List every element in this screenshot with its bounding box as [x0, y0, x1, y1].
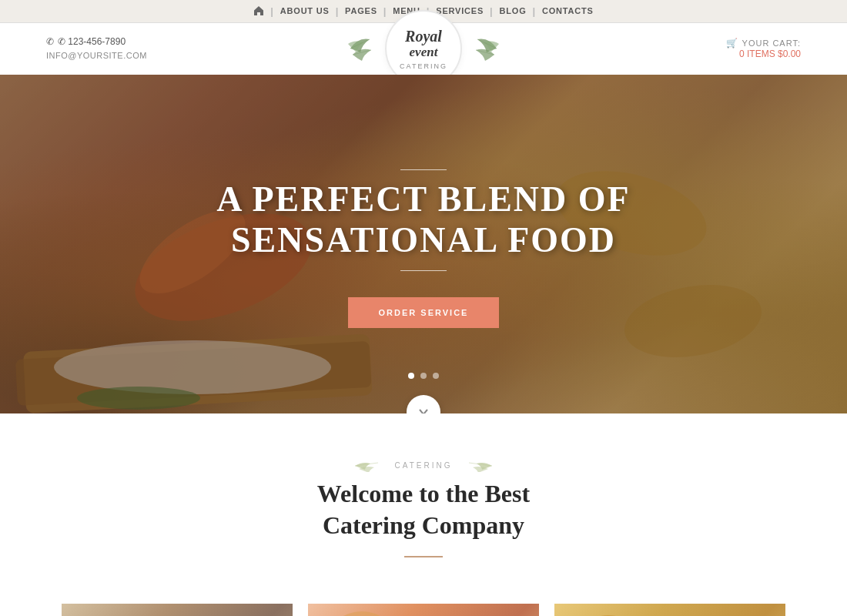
email-address: INFO@YOURSITE.COM [46, 49, 147, 63]
logo-right-leaves [466, 33, 500, 64]
card-2-background [308, 604, 539, 616]
subtitle-left-leaves [355, 460, 386, 472]
order-service-button[interactable]: ORDER SERVICE [348, 297, 500, 328]
cart-label: YOUR CART: [742, 38, 801, 48]
logo-left-leaves [346, 33, 381, 64]
phone-number: ✆ ✆ 123-456-7890 [46, 35, 147, 49]
subtitle-right-leaves [461, 460, 492, 472]
blog-nav-link[interactable]: BLOG [500, 0, 527, 23]
phone-icon: ✆ [46, 35, 54, 49]
site-header: ✆ ✆ 123-456-7890 INFO@YOURSITE.COM Royal… [0, 23, 847, 75]
about-us-nav-link[interactable]: ABOUT US [280, 0, 330, 23]
home-icon [253, 8, 264, 18]
logo-event: event [410, 45, 438, 59]
hero-dot-1[interactable] [408, 373, 414, 379]
hero-content: A PERFECT BLEND OF SENSATIONAL FOOD ORDE… [0, 75, 847, 413]
home-nav-link[interactable] [253, 5, 264, 18]
header-contact-info: ✆ ✆ 123-456-7890 INFO@YOURSITE.COM [46, 35, 147, 63]
hero-dots [408, 373, 439, 379]
section-title: Welcome to the Best Catering Company [15, 478, 832, 542]
nav-separator-1: | [270, 5, 273, 17]
card-2[interactable] [308, 604, 539, 616]
cart-area[interactable]: 🛒 YOUR CART: 0 ITEMS $0.00 [726, 38, 801, 59]
nav-separator-6: | [533, 5, 536, 17]
section-subtitle: CATERING [15, 460, 832, 472]
card-1-illustration [77, 611, 169, 616]
card-3-illustration [570, 611, 662, 616]
cart-icon: 🛒 [726, 38, 738, 49]
nav-separator-2: | [336, 5, 339, 17]
section-divider [404, 556, 443, 557]
hero-title: A PERFECT BLEND OF SENSATIONAL FOOD [216, 179, 630, 261]
card-3[interactable] [554, 604, 785, 616]
cards-row [0, 596, 847, 616]
contacts-nav-link[interactable]: CONTACTS [542, 0, 594, 23]
hero-section: A PERFECT BLEND OF SENSATIONAL FOOD ORDE… [0, 75, 847, 413]
hero-line-bottom [400, 270, 447, 271]
card-1[interactable] [62, 604, 293, 616]
hero-dot-3[interactable] [433, 373, 439, 379]
about-section: CATERING Welcome to the Best Catering Co… [0, 413, 847, 596]
logo-catering: CATERING [400, 62, 447, 70]
hero-line-top [400, 169, 447, 170]
cart-items-count: 0 ITEMS $0.00 [726, 49, 801, 59]
logo-royal: Royal [405, 28, 442, 45]
hero-dot-2[interactable] [420, 373, 427, 379]
